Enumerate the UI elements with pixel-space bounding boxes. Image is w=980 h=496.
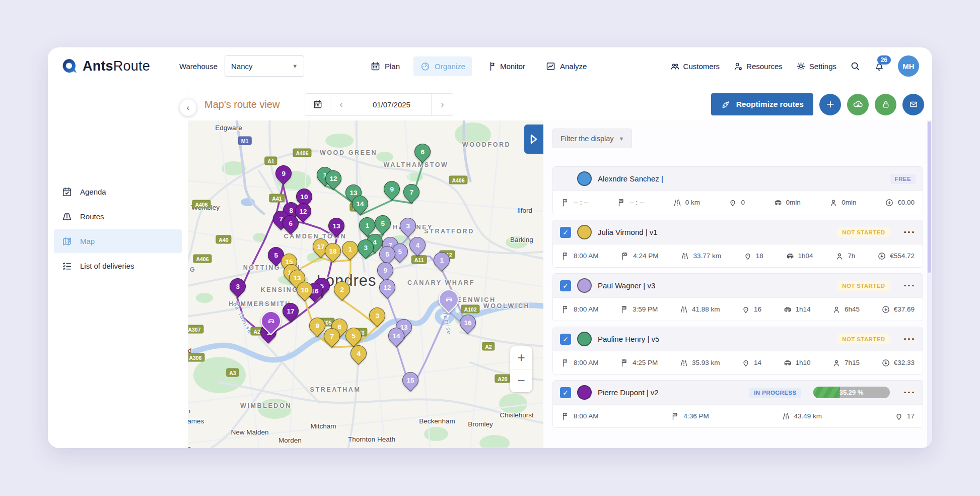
nav-link-settings[interactable]: Settings (796, 61, 836, 72)
route-stat: 4:24 PM (620, 252, 658, 261)
filter-display-button[interactable]: Filter the display ▼ (552, 129, 632, 148)
notifications-bell-icon[interactable]: 26 (874, 60, 885, 72)
chart-icon (545, 61, 556, 72)
map-canvas[interactable]: EdgwareWembleyWOOD GREENWALTHAMSTOWWOODF… (188, 120, 543, 448)
notification-count-badge: 26 (877, 55, 891, 65)
user-avatar[interactable]: MH (898, 55, 919, 77)
route-stat: 8:00 AM (561, 305, 599, 314)
road-icon (679, 305, 688, 314)
route-menu-button[interactable]: ··· (904, 388, 916, 397)
nav-link-customers[interactable]: Customers (670, 61, 720, 72)
marker-number: 15 (406, 377, 414, 384)
panel-toggle-button[interactable] (524, 125, 543, 154)
marker-number: 9 (383, 267, 387, 274)
collapse-sidebar-button[interactable]: ‹ (180, 99, 196, 116)
route-stat: 3:59 PM (620, 305, 658, 314)
chevron-down-icon: ▼ (292, 63, 298, 69)
route-checkbox[interactable]: ✓ (560, 334, 571, 345)
start-flag-icon (561, 412, 570, 421)
sidebar-item-map[interactable]: Map (54, 229, 182, 253)
sidebar-item-agenda[interactable]: Agenda (54, 180, 182, 204)
road-icon (782, 412, 791, 421)
stat-value: 18 (756, 252, 763, 260)
filter-label: Filter the display (561, 135, 614, 143)
marker-number: 9 (390, 185, 394, 193)
marker-number: 9 (282, 170, 286, 177)
tab-organize[interactable]: Organize (413, 56, 472, 76)
warehouse-select[interactable]: Nancy ▼ (225, 55, 304, 77)
search-icon[interactable] (850, 60, 861, 72)
route-status-badge: NOT STARTED (837, 227, 889, 237)
route-menu-button[interactable]: ··· (904, 227, 916, 237)
route-checkbox[interactable]: ✓ (560, 227, 571, 238)
road-icon (679, 358, 688, 367)
stat-value: 4:24 PM (633, 252, 658, 260)
sidebar-item-label: Map (80, 237, 95, 245)
email-button[interactable] (902, 94, 924, 115)
import-button[interactable] (847, 94, 869, 115)
route-stats-row: 8:00 AM3:59 PM41.88 km161h146h45€37.69 (553, 297, 923, 321)
calendar-button[interactable] (305, 94, 330, 115)
marker-number: 3 (236, 283, 240, 290)
tab-monitor[interactable]: Monitor (479, 56, 532, 76)
route-stat: €0.00 (885, 198, 915, 207)
route-stat: 33.77 km (680, 252, 721, 261)
stat-value: 7h15 (845, 359, 860, 366)
tab-plan[interactable]: Plan (364, 56, 406, 76)
route-menu-button[interactable]: ··· (904, 334, 916, 344)
stat-value: 17 (907, 412, 915, 420)
sidebar-item-routes[interactable]: Routes (54, 205, 182, 228)
next-day-button[interactable]: › (431, 94, 453, 115)
add-button[interactable] (819, 94, 841, 115)
route-stat: 17 (894, 412, 915, 421)
nav-link-resources[interactable]: Resources (733, 61, 783, 72)
route-stat: 18 (743, 252, 763, 261)
route-stat: 41.88 km (679, 305, 720, 314)
previous-day-button[interactable]: ‹ (330, 94, 352, 115)
sidebar-item-list-of-deliveries[interactable]: List of deliveries (54, 254, 182, 278)
route-name: Paul Wagner | v3 (598, 281, 655, 290)
route-checkbox[interactable]: ✓ (560, 280, 571, 291)
route-stat: 16 (741, 305, 761, 314)
marker-number: 6 (337, 323, 341, 331)
route-card-header: ✓Pauline Henry | v5NOT STARTED··· (553, 327, 923, 351)
reoptimize-routes-button[interactable]: Reoptimize routes (711, 93, 813, 115)
tab-analyze[interactable]: Analyze (539, 56, 593, 76)
route-card-header: ✓Pierre Dupont | v2IN PROGRESS35.29 %··· (553, 381, 923, 404)
zoom-out-button[interactable]: − (510, 369, 532, 392)
envelope-icon (908, 99, 919, 109)
service-time-icon (829, 198, 838, 207)
marker-number: 14 (356, 200, 364, 208)
chevron-down-icon: ▼ (619, 136, 624, 142)
route-stats-row: 8:00 AM4:25 PM35.93 km141h107h15€32.33 (553, 351, 923, 374)
brand-logo[interactable]: AntsRoute (61, 57, 150, 75)
zoom-in-button[interactable]: + (510, 346, 532, 369)
panel-scrollbar[interactable] (927, 120, 932, 448)
map-toolbar: ‹ Map's route view ‹ 01/07/2025 › Reopti… (188, 85, 932, 120)
marker-number: 17 (287, 307, 294, 315)
scrollbar-thumb[interactable] (928, 121, 931, 273)
tab-label: Plan (385, 62, 400, 71)
drive-time-icon (786, 252, 795, 261)
stat-value: 35.93 km (692, 359, 720, 366)
rocket-icon (721, 99, 731, 109)
people-icon (670, 61, 680, 72)
route-stat: 7h15 (832, 358, 860, 367)
route-progress-bar: 35.29 % (813, 387, 890, 398)
cost-icon (885, 198, 894, 207)
route-color-dot (577, 332, 592, 346)
marker-number: 3 (406, 222, 410, 230)
route-menu-button[interactable]: ··· (904, 281, 916, 290)
signpost-icon (485, 61, 496, 72)
route-card-header: ✓Julia Virmond | v1NOT STARTED··· (553, 220, 923, 244)
marker-number: 13 (293, 274, 301, 282)
map-zoom-control: + − (510, 346, 532, 392)
route-checkbox[interactable]: ✓ (560, 387, 571, 398)
stops-icon (743, 252, 752, 261)
route-stat: €32.33 (881, 358, 915, 367)
marker-number: 13 (349, 189, 357, 197)
lock-button[interactable] (875, 94, 896, 115)
marker-number: 14 (392, 332, 400, 340)
stat-value: 0min (786, 199, 801, 206)
finish-flag-icon (620, 252, 629, 261)
